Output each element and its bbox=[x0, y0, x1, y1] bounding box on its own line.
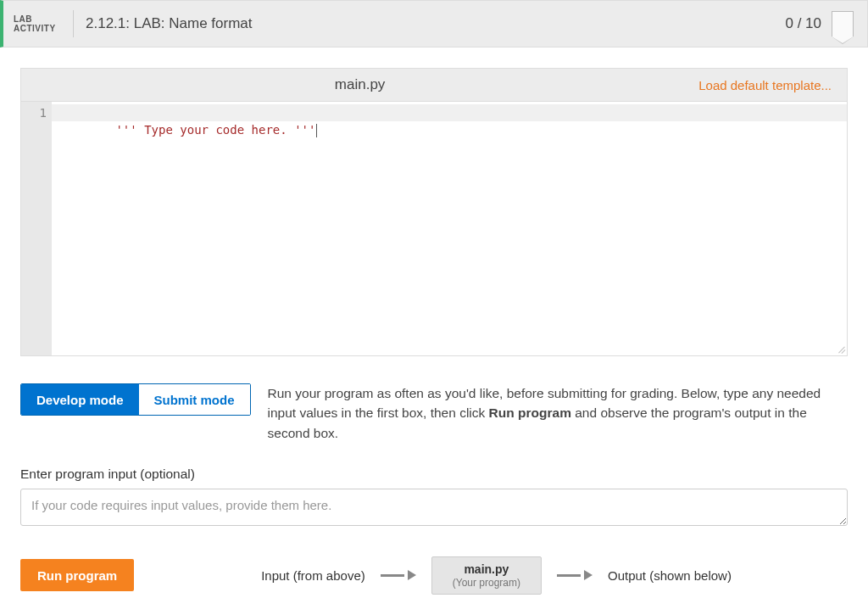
lab-activity-badge: LAB ACTIVITY bbox=[14, 14, 66, 33]
lab-title: 2.12.1: LAB: Name format bbox=[86, 15, 785, 32]
run-row: Run program Input (from above) main.py (… bbox=[20, 556, 848, 595]
run-program-button[interactable]: Run program bbox=[20, 559, 134, 591]
arrow-icon-1 bbox=[381, 570, 416, 580]
editor-filename: main.py bbox=[21, 76, 698, 93]
submit-mode-button[interactable]: Submit mode bbox=[139, 384, 250, 415]
arrow-icon-2 bbox=[557, 570, 593, 580]
line-number-1: 1 bbox=[21, 104, 47, 121]
code-line-1: ''' Type your code here. ''' bbox=[58, 104, 842, 121]
resize-handle-icon[interactable] bbox=[835, 344, 845, 354]
flow-input-label: Input (from above) bbox=[261, 568, 365, 583]
code-text-1: ''' Type your code here. ''' bbox=[115, 123, 315, 137]
load-default-template-link[interactable]: Load default template... bbox=[698, 78, 847, 92]
instructions-bold: Run program bbox=[489, 405, 571, 420]
header-divider bbox=[73, 10, 74, 37]
lab-score: 0 / 10 bbox=[785, 15, 821, 32]
editor-section: main.py Load default template... 1 ''' T… bbox=[20, 68, 848, 356]
develop-mode-button[interactable]: Develop mode bbox=[21, 384, 139, 415]
program-box-subtitle: (Your program) bbox=[453, 577, 520, 589]
flow-output-label: Output (shown below) bbox=[608, 568, 732, 583]
code-area[interactable]: ''' Type your code here. ''' bbox=[52, 102, 847, 355]
program-input-section: Enter program input (optional) bbox=[20, 467, 848, 529]
program-input-textarea[interactable] bbox=[20, 489, 848, 526]
lab-label-line1: LAB bbox=[14, 14, 66, 24]
text-cursor bbox=[316, 124, 317, 137]
program-box-title: main.py bbox=[453, 562, 520, 577]
lab-header: LAB ACTIVITY 2.12.1: LAB: Name format 0 … bbox=[0, 0, 868, 48]
program-box: main.py (Your program) bbox=[431, 556, 542, 595]
editor-gutter: 1 bbox=[21, 102, 52, 355]
code-editor[interactable]: 1 ''' Type your code here. ''' bbox=[20, 102, 848, 356]
mode-row: Develop mode Submit mode Run your progra… bbox=[20, 383, 848, 443]
mode-toggle: Develop mode Submit mode bbox=[20, 383, 251, 416]
program-input-label: Enter program input (optional) bbox=[20, 467, 848, 482]
editor-tab-bar: main.py Load default template... bbox=[20, 68, 848, 102]
lab-label-line2: ACTIVITY bbox=[14, 24, 66, 33]
instructions-text: Run your program as often as you'd like,… bbox=[268, 383, 848, 443]
bookmark-icon[interactable] bbox=[832, 11, 854, 36]
